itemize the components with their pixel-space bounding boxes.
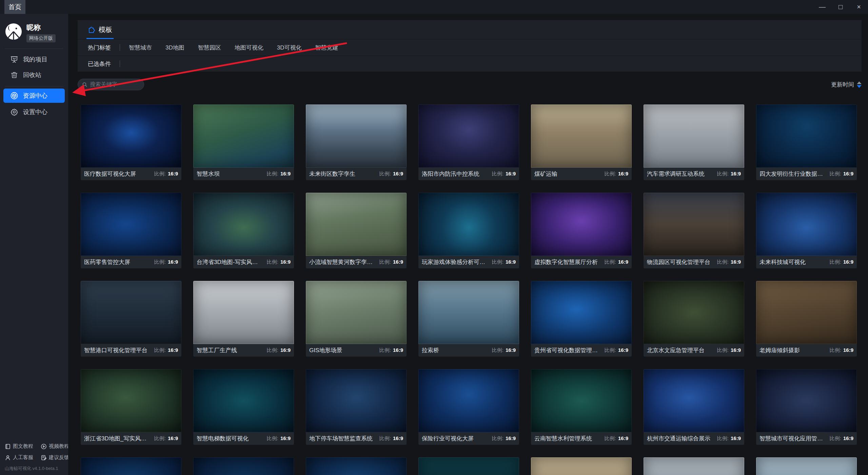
close-icon[interactable]: × xyxy=(850,0,868,14)
filter-tag[interactable]: 智慧城市 xyxy=(129,44,152,52)
template-card[interactable] xyxy=(306,457,407,475)
template-card[interactable]: 虚拟数字化智慧展厅分析 比例:16:9 xyxy=(531,193,632,268)
template-thumbnail xyxy=(644,457,744,475)
template-card[interactable]: 洛阳市内防汛中控系统 比例:16:9 xyxy=(418,104,519,180)
template-title: 四大发明衍生行业数据可视化 xyxy=(760,170,824,178)
template-meta: 北京水文应急管理平台 比例:16:9 xyxy=(644,344,744,357)
link-customer-service[interactable]: 人工客服 xyxy=(5,454,33,461)
app-window: { "window": { "home_tab": "首页", "control… xyxy=(0,0,868,475)
puzzle-icon xyxy=(88,26,95,33)
ratio-value: 16:9 xyxy=(731,171,741,176)
template-title: 未来科技城可视化 xyxy=(760,258,806,266)
template-thumbnail xyxy=(531,281,632,344)
template-card[interactable]: 台湾省3D地图-写实风三维地图 比例:16:9 xyxy=(193,193,294,268)
template-card[interactable]: 拉索桥 比例:16:9 xyxy=(418,281,519,357)
sidebar-item-my-projects[interactable]: 我的项目 xyxy=(0,52,68,67)
link-video-tutorial[interactable]: 视频教程 xyxy=(41,443,69,450)
template-thumbnail xyxy=(531,104,632,168)
template-card[interactable]: 北京水文应急管理平台 比例:16:9 xyxy=(644,281,744,357)
link-label: 人工客服 xyxy=(13,454,33,461)
search-icon xyxy=(82,81,87,88)
tab-template-label: 模板 xyxy=(99,25,112,34)
template-card[interactable]: 老姆庙倾斜摄影 比例:16:9 xyxy=(756,281,857,357)
filter-tag[interactable]: 3D可视化 xyxy=(277,44,302,52)
template-card[interactable]: 汽车需求调研互动系统 比例:16:9 xyxy=(644,104,744,180)
filter-tag[interactable]: 地图可视化 xyxy=(235,44,263,52)
template-ratio: 比例:16:9 xyxy=(379,347,403,354)
maximize-icon[interactable]: □ xyxy=(831,0,850,14)
template-thumbnail xyxy=(81,193,181,256)
template-card[interactable]: GIS地形场景 比例:16:9 xyxy=(306,281,407,357)
ratio-value: 16:9 xyxy=(618,171,628,176)
template-card[interactable]: 未来科技城可视化 比例:16:9 xyxy=(756,193,857,268)
template-meta: 小流域智慧黄河数字孪生平台 比例:16:9 xyxy=(306,256,407,268)
gear-icon xyxy=(10,108,18,116)
template-card[interactable]: 医疗数据可视化大屏 比例:16:9 xyxy=(81,104,181,180)
template-meta: 杭州市交通运输综合展示 比例:16:9 xyxy=(644,432,744,445)
template-card[interactable]: 玩家游戏体验感分析可视化 比例:16:9 xyxy=(418,193,519,268)
user-profile[interactable]: 昵称 网络公开版 xyxy=(0,14,68,49)
template-card[interactable]: 贵州省可视化数据管理平台 比例:16:9 xyxy=(531,281,632,357)
ratio-label: 比例: xyxy=(267,171,278,176)
template-card[interactable]: 未来街区数字孪生 比例:16:9 xyxy=(306,104,407,180)
template-ratio: 比例:16:9 xyxy=(154,435,178,442)
minimize-icon[interactable]: — xyxy=(813,0,831,14)
template-card[interactable] xyxy=(644,457,744,475)
template-card[interactable]: 地下停车场智慧监查系统 比例:16:9 xyxy=(306,369,407,445)
template-card[interactable]: 杭州市交通运输综合展示 比例:16:9 xyxy=(644,369,744,445)
sort-control[interactable]: 更新时间 xyxy=(831,81,862,89)
template-title: 智慧港口可视化管理平台 xyxy=(84,346,147,354)
filter-tag[interactable]: 智慧党建 xyxy=(315,44,338,52)
template-card[interactable] xyxy=(81,457,181,475)
template-card[interactable]: 四大发明衍生行业数据可视化 比例:16:9 xyxy=(756,104,857,180)
template-card[interactable]: 物流园区可视化管理平台 比例:16:9 xyxy=(644,193,744,268)
hot-tags-label: 热门标签 xyxy=(88,44,111,52)
ratio-value: 16:9 xyxy=(393,435,403,441)
template-card[interactable] xyxy=(756,457,857,475)
template-ratio: 比例:16:9 xyxy=(717,347,741,354)
template-card[interactable]: 智慧城市可视化应用管理平台 比例:16:9 xyxy=(756,369,857,445)
template-card[interactable]: 保险行业可视化大屏 比例:16:9 xyxy=(418,369,519,445)
template-title: 未来街区数字孪生 xyxy=(309,170,355,178)
template-card[interactable]: 智慧水坝 比例:16:9 xyxy=(193,104,294,180)
sidebar-item-resource-center[interactable]: 资源中心 xyxy=(3,89,65,103)
template-card[interactable] xyxy=(193,457,294,475)
template-ratio: 比例:16:9 xyxy=(717,259,741,265)
ratio-value: 16:9 xyxy=(280,259,291,265)
template-card[interactable] xyxy=(418,457,519,475)
link-feedback[interactable]: 建议反馈 xyxy=(41,454,69,461)
template-card[interactable]: 智慧工厂生产线 比例:16:9 xyxy=(193,281,294,357)
template-thumbnail xyxy=(306,281,407,344)
sidebar-item-recycle-bin[interactable]: 回收站 xyxy=(0,67,68,83)
template-meta: 未来科技城可视化 比例:16:9 xyxy=(756,256,857,268)
template-card[interactable] xyxy=(531,457,632,475)
link-text-tutorial[interactable]: 图文教程 xyxy=(5,443,33,450)
template-card[interactable]: 医药零售管控大屏 比例:16:9 xyxy=(81,193,181,268)
search-box[interactable] xyxy=(78,79,144,90)
template-ratio: 比例:16:9 xyxy=(830,435,853,442)
template-card[interactable]: 煤矿运输 比例:16:9 xyxy=(531,104,632,180)
template-card[interactable]: 小流域智慧黄河数字孪生平台 比例:16:9 xyxy=(306,193,407,268)
search-input[interactable] xyxy=(90,81,140,88)
template-meta: 台湾省3D地图-写实风三维地图 比例:16:9 xyxy=(193,256,294,268)
template-meta: 智慧城市可视化应用管理平台 比例:16:9 xyxy=(756,432,857,445)
template-title: 拉索桥 xyxy=(422,346,439,354)
template-card[interactable]: 浙江省3D地图_写实风三维地图 比例:16:9 xyxy=(81,369,181,445)
sidebar-item-settings-center[interactable]: 设置中心 xyxy=(0,104,68,120)
template-card[interactable]: 云南智慧水利管理系统 比例:16:9 xyxy=(531,369,632,445)
template-card[interactable]: 智慧电梯数据可视化 比例:16:9 xyxy=(193,369,294,445)
tab-template[interactable]: 模板 xyxy=(88,20,112,39)
person-icon xyxy=(5,455,11,461)
template-meta: 地下停车场智慧监查系统 比例:16:9 xyxy=(306,432,407,445)
filter-tag[interactable]: 3D地图 xyxy=(165,44,184,52)
template-meta: 拉索桥 比例:16:9 xyxy=(418,344,519,357)
ratio-label: 比例: xyxy=(492,171,504,176)
template-title: 智慧城市可视化应用管理平台 xyxy=(760,435,824,442)
ratio-label: 比例: xyxy=(605,347,616,353)
template-thumbnail xyxy=(193,457,294,475)
template-meta: 汽车需求调研互动系统 比例:16:9 xyxy=(644,168,744,180)
template-title: 地下停车场智慧监查系统 xyxy=(309,435,373,442)
template-card[interactable]: 智慧港口可视化管理平台 比例:16:9 xyxy=(81,281,181,357)
tab-home[interactable]: 首页 xyxy=(4,0,25,14)
filter-tag[interactable]: 智慧园区 xyxy=(198,44,221,52)
